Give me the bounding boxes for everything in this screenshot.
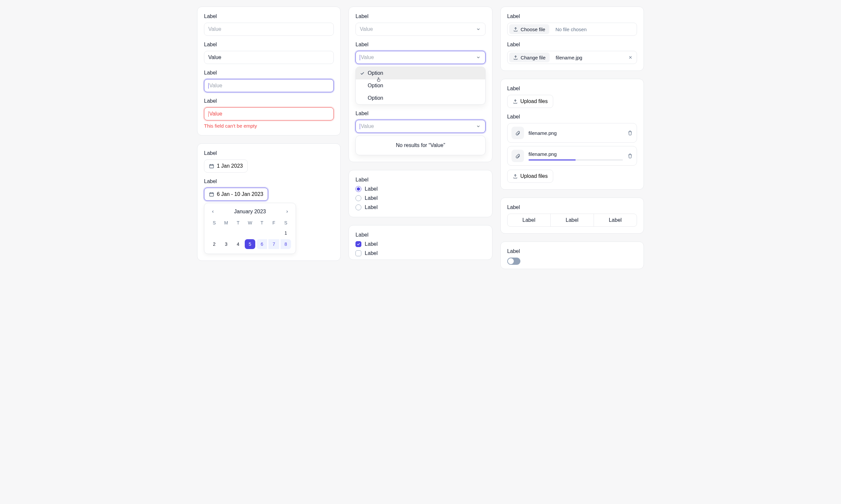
checkbox-icon [356, 250, 361, 256]
text-inputs-card: Label Label Label Value Label Value [197, 6, 341, 136]
check-icon [360, 71, 365, 76]
text-cursor [360, 55, 360, 60]
input-label: Label [204, 98, 334, 104]
radio-icon [356, 195, 361, 201]
calendar-day-range[interactable]: 8 [280, 239, 291, 249]
chevron-right-icon [285, 210, 289, 214]
calendar-dow: M [221, 219, 231, 227]
toggle-switch[interactable] [507, 257, 520, 265]
segmented-item[interactable]: Label [550, 214, 593, 227]
text-input-filled[interactable] [204, 51, 334, 64]
text-input-placeholder[interactable] [204, 23, 334, 36]
select-label: Label [356, 111, 485, 116]
calendar-day[interactable]: 2 [209, 239, 220, 249]
delete-file-button[interactable] [628, 130, 633, 136]
select-option[interactable]: Option [356, 92, 485, 104]
upload-icon [513, 27, 518, 32]
file-input-label: Label [507, 42, 637, 48]
trash-icon [628, 130, 633, 136]
input-label: Label [204, 14, 334, 19]
file-single-card: Label Choose file No file chosen Label C… [500, 6, 644, 71]
radio-icon [356, 204, 361, 210]
select-label: Label [356, 42, 485, 48]
select-option[interactable]: Option [356, 79, 485, 92]
select-open[interactable]: Value [356, 51, 485, 64]
calendar-day-selected[interactable]: 5 [245, 239, 255, 249]
radio-group-label: Label [356, 177, 485, 183]
calendar-dow: F [269, 219, 279, 227]
file-multi-card: Label Upload files Label filename.pngfil… [500, 79, 644, 190]
trash-icon [628, 153, 633, 159]
chevron-left-icon [211, 210, 215, 214]
calendar-day-range[interactable]: 6 [257, 239, 267, 249]
radio-icon [356, 186, 361, 192]
radio-card: Label LabelLabelLabel [348, 170, 492, 217]
text-cursor [208, 83, 209, 89]
radio-option[interactable]: Label [356, 204, 485, 210]
svg-rect-1 [210, 193, 213, 196]
calendar-dow: S [209, 219, 220, 227]
date-label: Label [204, 150, 334, 156]
checkbox-option[interactable]: Label [356, 241, 485, 247]
toggle-card: Label [500, 241, 644, 269]
calendar-day[interactable]: 1 [280, 228, 291, 238]
file-name: filename.png [529, 151, 623, 157]
input-label: Label [204, 42, 334, 48]
calendar-day-range[interactable]: 7 [269, 239, 279, 249]
upload-list-label: Label [507, 114, 637, 120]
calendar-prev-button[interactable] [209, 208, 217, 216]
calendar-day[interactable]: 3 [221, 239, 231, 249]
calendar-day[interactable]: 4 [233, 239, 243, 249]
segmented-label: Label [507, 204, 637, 210]
upload-progress [529, 160, 623, 160]
choose-file-button[interactable]: Choose file [509, 24, 549, 34]
date-picker-button[interactable]: 1 Jan 2023 [204, 160, 248, 173]
close-icon [628, 55, 633, 60]
calendar-dow: S [280, 219, 291, 227]
date-picker-card: Label 1 Jan 2023 Label 6 Jan - 10 Jan 20… [197, 143, 341, 261]
file-name: filename.png [529, 130, 623, 136]
change-file-button[interactable]: Change file [509, 53, 550, 62]
radio-option[interactable]: Label [356, 186, 485, 192]
segmented-item[interactable]: Label [508, 214, 550, 227]
delete-file-button[interactable] [628, 153, 633, 159]
calendar-dow: W [245, 219, 255, 227]
checkbox-group-label: Label [356, 232, 485, 238]
date-range-button[interactable]: 6 Jan - 10 Jan 2023 [204, 188, 268, 201]
attachment-icon [512, 150, 524, 162]
select-card: Label Value Label Value OptionOp [348, 6, 492, 162]
calendar-dow: T [257, 219, 267, 227]
segmented-card: Label LabelLabelLabel [500, 198, 644, 234]
file-input-chosen: Change file filename.jpg [507, 51, 637, 64]
text-input-error[interactable]: Value [204, 107, 334, 121]
date-range-label: Label [204, 179, 334, 184]
radio-option[interactable]: Label [356, 195, 485, 201]
calendar-icon [209, 163, 214, 169]
text-input-focused[interactable]: Value [204, 79, 334, 92]
select-option[interactable]: Option [356, 67, 485, 79]
segmented-control: LabelLabelLabel [507, 214, 637, 227]
file-input-empty: Choose file No file chosen [507, 23, 637, 36]
svg-rect-0 [210, 164, 213, 168]
select-closed[interactable]: Value [356, 23, 485, 36]
chevron-down-icon [476, 55, 481, 60]
attachment-icon [512, 127, 524, 139]
file-placeholder-text: No file chosen [551, 26, 637, 32]
select-no-results[interactable]: Value [356, 120, 485, 133]
select-dropdown: OptionOptionOption [356, 67, 485, 105]
upload-files-button[interactable]: Upload files [507, 95, 553, 108]
input-label: Label [204, 70, 334, 76]
clear-file-button[interactable] [628, 55, 637, 60]
checkbox-option[interactable]: Label [356, 250, 485, 256]
calendar-popover: January 2023 SMTWTFS 12345678 [204, 203, 296, 254]
checkbox-card: Label LabelLabel [348, 225, 492, 260]
file-input-label: Label [507, 14, 637, 19]
segmented-item[interactable]: Label [594, 214, 637, 227]
file-item: filename.png [507, 146, 637, 166]
select-label: Label [356, 14, 485, 19]
toggle-label: Label [507, 248, 637, 254]
file-item: filename.png [507, 123, 637, 143]
upload-icon [513, 99, 518, 104]
calendar-next-button[interactable] [283, 208, 291, 216]
upload-files-button[interactable]: Upload files [507, 169, 553, 183]
